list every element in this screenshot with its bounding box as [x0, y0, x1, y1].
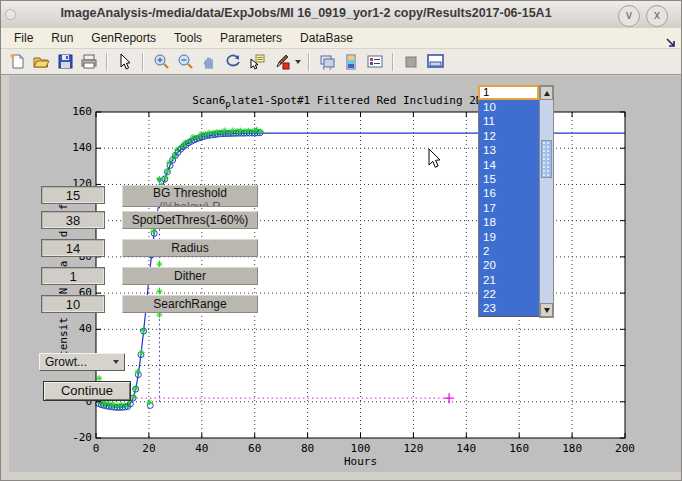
list-scrollbar[interactable] [539, 85, 554, 318]
x-tick-label: 200 [610, 442, 640, 455]
dither-field[interactable] [41, 267, 105, 285]
radius-button[interactable]: Radius [122, 239, 258, 257]
x-tick-label: 180 [557, 442, 587, 455]
continue-button[interactable]: Continue [43, 381, 131, 401]
list-item[interactable]: 2 [479, 244, 540, 258]
figure-margin-bottom [1, 472, 682, 481]
spot-number-list: 10 11 12 13 14 15 16 17 18 19 2 20 21 22… [478, 100, 540, 317]
x-tick-label: 140 [451, 442, 481, 455]
y-axis-label-fragment: d [57, 231, 70, 238]
spotdetthres-button[interactable]: SpotDetThres(1-60%) [122, 211, 258, 229]
bg-threshold-button[interactable]: BG Threshold (%below) R [122, 185, 258, 207]
spot-number-combo[interactable]: 1 [478, 85, 539, 100]
y-tick-label: 140 [56, 141, 92, 154]
list-item[interactable]: 18 [479, 215, 540, 229]
list-item[interactable]: 14 [479, 158, 540, 172]
list-item[interactable]: 22 [479, 287, 540, 301]
list-item[interactable]: 15 [479, 172, 540, 186]
radius-field[interactable] [41, 239, 105, 257]
list-item[interactable]: 10 [479, 100, 540, 114]
spotdetthres-field[interactable] [41, 211, 105, 229]
x-tick-label: 80 [293, 442, 323, 455]
app-window: ImageAnalysis-/media/data/ExpJobs/MI 16_… [0, 0, 682, 481]
x-tick-label: 20 [134, 442, 164, 455]
list-item[interactable]: 23 [479, 301, 540, 315]
scroll-up-icon[interactable] [540, 86, 553, 100]
y-axis-label-fragment: N [57, 288, 70, 295]
bg-threshold-field[interactable] [41, 186, 105, 204]
x-tick-label: 120 [398, 442, 428, 455]
list-item[interactable]: 11 [479, 114, 540, 128]
mouse-cursor [428, 148, 442, 170]
list-item[interactable]: 21 [479, 273, 540, 287]
searchrange-button[interactable]: SearchRange [122, 295, 258, 313]
list-item[interactable]: 13 [479, 143, 540, 157]
list-item[interactable]: 19 [479, 230, 540, 244]
popup-caret-icon [113, 360, 119, 364]
list-item[interactable]: 12 [479, 129, 540, 143]
list-item[interactable]: 20 [479, 258, 540, 272]
y-axis-label-fragment: f [57, 204, 70, 211]
y-tick-label: -20 [56, 431, 92, 444]
y-tick-label: 160 [56, 105, 92, 118]
x-axis-label: Hours [96, 455, 625, 468]
scroll-down-icon[interactable] [540, 303, 553, 317]
scroll-thumb[interactable] [541, 140, 552, 178]
x-tick-label: 40 [187, 442, 217, 455]
x-tick-label: 60 [240, 442, 270, 455]
list-item[interactable]: 17 [479, 201, 540, 215]
searchrange-field[interactable] [41, 295, 105, 313]
y-axis-label-fragment: tensit [57, 317, 70, 357]
list-item[interactable]: 16 [479, 186, 540, 200]
growth-popup[interactable]: Growt... [39, 353, 125, 371]
x-tick-label: 100 [346, 442, 376, 455]
x-tick-label: 160 [504, 442, 534, 455]
dither-button[interactable]: Dither [122, 267, 258, 285]
